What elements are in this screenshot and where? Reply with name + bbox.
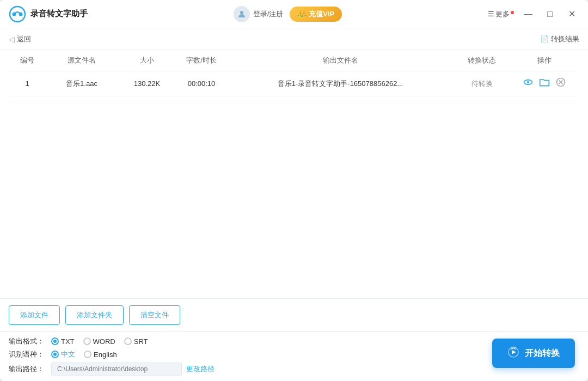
language-en-label: English xyxy=(94,351,117,359)
row-size: 130.22K xyxy=(120,74,174,93)
table-header: 编号 源文件名 大小 字数/时长 输出文件名 转换状态 操作 xyxy=(9,50,579,71)
row-duration: 00:00:10 xyxy=(174,74,229,93)
table-area: 编号 源文件名 大小 字数/时长 输出文件名 转换状态 操作 1 音乐1.aac… xyxy=(0,50,588,298)
person-icon xyxy=(237,9,247,19)
back-arrow-icon: ◁ xyxy=(9,35,15,44)
row-actions xyxy=(512,71,577,96)
start-label: 开始转换 xyxy=(525,348,560,359)
col-header-source: 源文件名 xyxy=(44,50,120,71)
titlebar-controls: ☰ 更多 — □ ✕ xyxy=(488,7,579,22)
svg-point-3 xyxy=(240,11,243,14)
login-button[interactable]: 登录/注册 xyxy=(234,6,284,22)
close-button[interactable]: ✕ xyxy=(564,7,579,22)
more-label: 更多 xyxy=(495,9,510,19)
path-input[interactable] xyxy=(51,362,182,376)
col-header-duration: 字数/时长 xyxy=(174,50,229,71)
radio-zh-circle xyxy=(51,351,59,358)
app-window: 录音转文字助手 登录/注册 👑 充值VIP ☰ 更多 xyxy=(0,0,588,381)
format-word[interactable]: WORD xyxy=(83,337,115,346)
change-path-button[interactable]: 更改路径 xyxy=(186,364,215,374)
radio-txt-circle xyxy=(51,337,59,345)
format-txt[interactable]: TXT xyxy=(51,337,75,346)
hamburger-icon: ☰ xyxy=(488,10,494,18)
result-label: 转换结果 xyxy=(551,34,579,44)
folder-icon[interactable] xyxy=(539,77,550,90)
more-button[interactable]: ☰ 更多 xyxy=(488,9,514,19)
table-row: 1 音乐1.aac 130.22K 00:00:10 音乐1-录音转文字助手-1… xyxy=(9,71,579,96)
result-link[interactable]: 📄 转换结果 xyxy=(540,34,579,44)
language-en[interactable]: English xyxy=(84,351,117,359)
toolbar: ◁ 返回 📄 转换结果 xyxy=(0,28,588,50)
app-logo: 录音转文字助手 xyxy=(9,5,88,23)
language-radio-group: 中文 English xyxy=(51,349,117,359)
titlebar: 录音转文字助手 登录/注册 👑 充值VIP ☰ 更多 xyxy=(0,0,588,28)
avatar-icon xyxy=(234,6,250,22)
language-zh-label: 中文 xyxy=(61,349,75,359)
col-header-actions: 操作 xyxy=(512,50,577,71)
row-source-name: 音乐1.aac xyxy=(44,73,120,94)
file-result-icon: 📄 xyxy=(540,35,549,43)
action-icons xyxy=(516,77,573,90)
svg-point-5 xyxy=(527,81,529,83)
add-file-button[interactable]: 添加文件 xyxy=(9,305,60,325)
app-title: 录音转文字助手 xyxy=(30,9,88,19)
language-zh[interactable]: 中文 xyxy=(51,349,75,359)
format-srt-label: SRT xyxy=(134,337,148,346)
start-button[interactable]: 开始转换 xyxy=(492,339,575,368)
start-button-wrapper: 开始转换 xyxy=(492,339,575,368)
format-txt-label: TXT xyxy=(61,337,75,346)
row-status: 待转换 xyxy=(452,73,512,94)
add-folder-button[interactable]: 添加文件夹 xyxy=(65,305,124,325)
radio-word-circle xyxy=(83,337,91,345)
logo-icon xyxy=(9,5,26,23)
format-label: 输出格式： xyxy=(9,336,47,346)
col-header-status: 转换状态 xyxy=(452,50,512,71)
clear-files-button[interactable]: 清空文件 xyxy=(129,305,180,325)
maximize-button[interactable]: □ xyxy=(542,7,558,22)
status-badge: 待转换 xyxy=(471,79,493,88)
minimize-button[interactable]: — xyxy=(520,7,536,22)
format-srt[interactable]: SRT xyxy=(124,337,148,346)
titlebar-center: 登录/注册 👑 充值VIP xyxy=(88,6,488,22)
format-radio-group: TXT WORD SRT xyxy=(51,337,148,346)
format-word-label: WORD xyxy=(93,337,115,346)
col-header-output: 输出文件名 xyxy=(229,50,452,71)
col-header-id: 编号 xyxy=(11,50,44,71)
table-body: 1 音乐1.aac 130.22K 00:00:10 音乐1-录音转文字助手-1… xyxy=(9,71,579,298)
start-icon xyxy=(507,346,519,360)
view-icon[interactable] xyxy=(523,77,534,90)
path-label: 输出路径： xyxy=(9,364,47,374)
delete-icon[interactable] xyxy=(555,77,566,90)
back-button[interactable]: ◁ 返回 xyxy=(9,34,31,44)
language-label: 识别语种： xyxy=(9,349,47,359)
radio-en-circle xyxy=(84,351,91,358)
back-label: 返回 xyxy=(17,34,31,44)
vip-button[interactable]: 👑 充值VIP xyxy=(290,7,342,22)
vip-label: 充值VIP xyxy=(309,9,334,19)
row-id: 1 xyxy=(11,74,44,93)
svg-point-0 xyxy=(10,7,25,22)
notification-dot xyxy=(511,11,514,14)
crown-icon: 👑 xyxy=(297,10,307,19)
radio-srt-circle xyxy=(124,337,132,345)
bottom-buttons: 添加文件 添加文件夹 清空文件 xyxy=(0,298,588,331)
col-header-size: 大小 xyxy=(120,50,174,71)
window-content: ◁ 返回 📄 转换结果 编号 源文件名 大小 字数/时长 输出文件名 转换状态 … xyxy=(0,28,588,381)
login-label: 登录/注册 xyxy=(253,9,284,19)
row-output-name: 音乐1-录音转文字助手-165078856262... xyxy=(229,73,452,94)
